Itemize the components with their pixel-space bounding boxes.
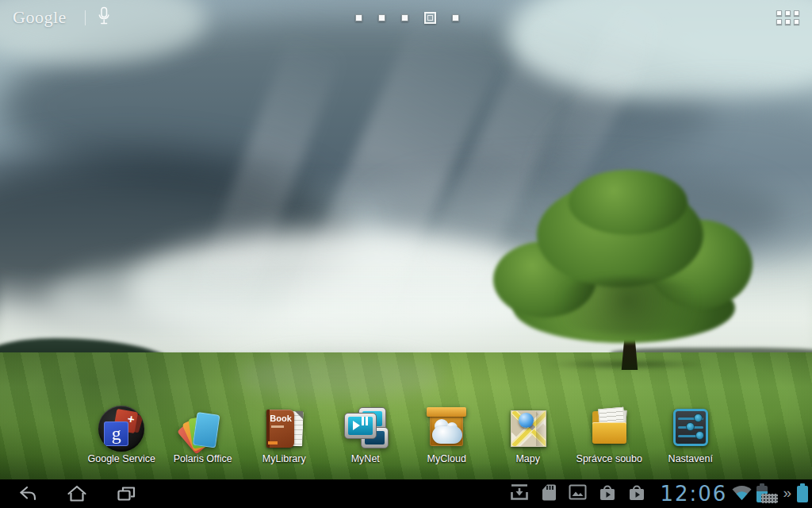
page-dot[interactable]: [452, 14, 459, 21]
expand-icon[interactable]: »: [783, 484, 791, 502]
nav-buttons: [0, 484, 137, 503]
dock-battery-icon: [797, 486, 808, 502]
dock-keyboard-icon: [761, 494, 778, 503]
dock: + g Google Service Polaris Office Book: [81, 406, 731, 464]
play-icon: [353, 421, 360, 430]
back-icon[interactable]: [17, 484, 38, 503]
app-mylibrary[interactable]: Book MyLibrary: [243, 406, 325, 464]
app-google-services[interactable]: + g Google Service: [81, 406, 163, 464]
media-screens-icon: [343, 406, 389, 452]
home-icon[interactable]: [67, 484, 87, 503]
page-dot-active[interactable]: [424, 12, 436, 24]
app-settings[interactable]: Nastavení: [650, 406, 732, 464]
play-store-icon[interactable]: [598, 483, 617, 505]
polaris-office-icon: [180, 406, 226, 452]
tablet-home-screen: Google + g Goog: [0, 0, 812, 508]
app-label: MyNet: [351, 453, 380, 464]
page-dot[interactable]: [378, 14, 385, 21]
app-mapy[interactable]: Mapy: [488, 406, 569, 464]
app-label: Nastavení: [668, 453, 713, 464]
recent-apps-icon[interactable]: [116, 484, 137, 503]
microphone-icon[interactable]: [98, 6, 110, 29]
app-mynet[interactable]: MyNet: [325, 406, 407, 464]
app-label: MyCloud: [427, 453, 466, 464]
apps-grid-icon[interactable]: [776, 10, 799, 25]
play-store-icon[interactable]: [627, 483, 646, 505]
wallpaper-tree: [493, 176, 755, 375]
wifi-icon: [731, 484, 753, 504]
app-label: Google Service: [88, 453, 155, 464]
download-icon[interactable]: [508, 483, 530, 505]
sd-card-icon[interactable]: [541, 483, 557, 505]
notification-icons: [508, 479, 646, 508]
system-bar: 12:06 »: [0, 479, 812, 508]
app-mycloud[interactable]: MyCloud: [406, 406, 488, 464]
cloud-icon: [432, 426, 462, 444]
page-dot[interactable]: [401, 14, 408, 21]
book-icon: Book: [261, 406, 307, 452]
folder-icon: [586, 406, 632, 452]
google-logo[interactable]: Google: [13, 7, 67, 28]
grass-fog: [238, 354, 444, 398]
app-polaris-office[interactable]: Polaris Office: [163, 406, 244, 464]
google-search-widget[interactable]: Google: [13, 6, 110, 29]
app-file-manager[interactable]: Správce soubo: [569, 406, 650, 464]
page-dot[interactable]: [355, 14, 362, 21]
clock[interactable]: 12:06: [660, 482, 727, 506]
status-cluster[interactable]: 12:06 »: [660, 479, 808, 508]
map-marker-ball: [519, 413, 534, 428]
screenshot-image-icon[interactable]: [568, 483, 588, 504]
app-label: Mapy: [515, 453, 540, 464]
map-icon: [505, 406, 551, 452]
cloud-box-icon: [423, 406, 469, 452]
app-label: Správce soubo: [576, 453, 642, 464]
google-services-icon: + g: [98, 406, 144, 452]
settings-sliders-icon: [668, 406, 714, 452]
home-page-indicator: [355, 12, 459, 24]
app-label: Polaris Office: [174, 453, 232, 464]
app-label: MyLibrary: [262, 453, 306, 464]
divider: [85, 10, 86, 25]
